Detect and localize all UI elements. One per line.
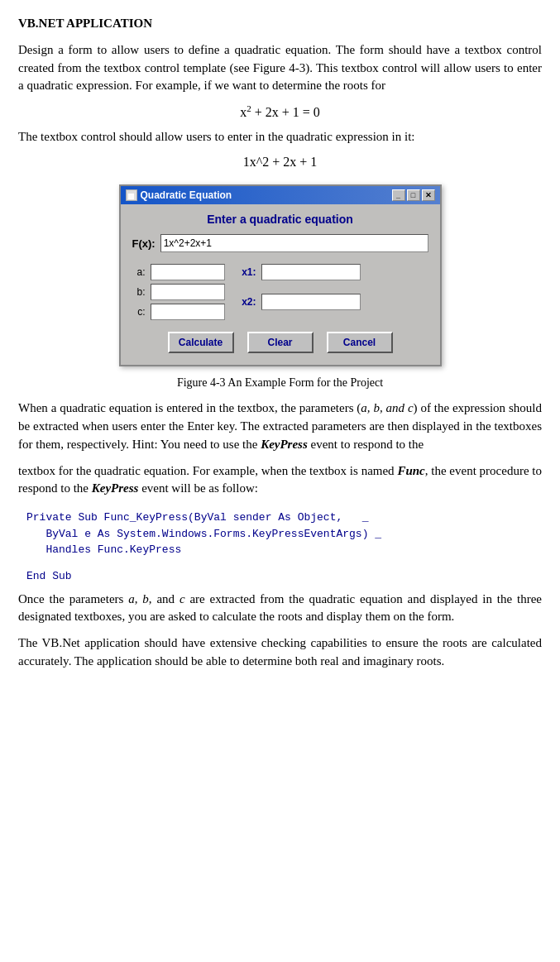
form-container: ▦ Quadratic Equation _ □ ✕ Enter a quadr… <box>18 184 542 366</box>
fx-label: F(x): <box>132 237 156 250</box>
fx-input[interactable] <box>160 234 428 252</box>
expression-display: 1x^2 + 2x + 1 <box>18 155 542 170</box>
clear-button[interactable]: Clear <box>247 332 314 353</box>
a-row: a: <box>132 264 225 280</box>
end-sub: End Sub <box>26 570 542 582</box>
code-block: Private Sub Func_KeyPress(ByVal sender A… <box>18 506 542 562</box>
equation-display: x2 + 2x + 1 = 0 <box>18 103 542 120</box>
right-params: x1: x2: <box>238 264 361 310</box>
vbnet-paragraph: The VB.Net application should have exten… <box>18 634 542 671</box>
func-keyword: Func <box>397 464 424 477</box>
minimize-button[interactable]: _ <box>392 189 405 201</box>
form-heading: Enter a quadratic equation <box>132 213 428 226</box>
titlebar: ▦ Quadratic Equation _ □ ✕ <box>121 186 440 204</box>
expression-text: 1x^2 + 2x + 1 <box>243 155 318 169</box>
keypress-keyword: KeyPress <box>261 438 308 451</box>
c-label: c: <box>132 306 146 318</box>
b-row: b: <box>132 284 225 300</box>
vbnet-text: The VB.Net application should have exten… <box>18 636 542 668</box>
code-text: Private Sub Func_KeyPress(ByVal sender A… <box>26 511 381 556</box>
textbox-intro-text: The textbox control should allow users t… <box>18 130 414 143</box>
params-row: a: b: c: x1: <box>132 264 428 320</box>
x1-row: x1: <box>238 264 361 280</box>
x2-row: x2: <box>238 294 361 310</box>
win-form: ▦ Quadratic Equation _ □ ✕ Enter a quadr… <box>119 184 442 366</box>
left-params: a: b: c: <box>132 264 225 320</box>
x1-input[interactable] <box>261 264 361 280</box>
header-title: VB.NET APPLICATION <box>18 17 152 30</box>
param-a: a, b, and c <box>361 401 413 414</box>
a-label: a: <box>132 266 146 278</box>
titlebar-left: ▦ Quadratic Equation <box>126 189 232 201</box>
a-italic: a <box>128 592 135 605</box>
c-row: c: <box>132 304 225 320</box>
figure-caption: Figure 4-3 An Example Form for the Proje… <box>18 375 542 391</box>
when-entered-paragraph: When a quadratic equation is entered in … <box>18 400 542 453</box>
calculate-button[interactable]: Calculate <box>168 332 234 353</box>
a-input[interactable] <box>151 264 225 280</box>
x-spacer <box>238 284 361 290</box>
maximize-button[interactable]: □ <box>407 189 420 201</box>
section-header: VB.NET APPLICATION <box>18 15 542 33</box>
buttons-row: Calculate Clear Cancel <box>132 332 428 353</box>
b-input[interactable] <box>151 284 225 300</box>
keypress-keyword2: KeyPress <box>92 481 139 495</box>
win-controls: _ □ ✕ <box>392 189 435 201</box>
textbox-for-paragraph: textbox for the quadratic equation. For … <box>18 462 542 499</box>
x1-label: x1: <box>238 266 256 278</box>
intro-paragraph: Design a form to allow users to define a… <box>18 41 542 95</box>
intro-text: Design a form to allow users to define a… <box>18 43 542 93</box>
c-italic: c <box>179 592 185 605</box>
close-button[interactable]: ✕ <box>422 189 435 201</box>
app-icon: ▦ <box>126 189 137 201</box>
fx-row: F(x): <box>132 234 428 252</box>
b-label: b: <box>132 286 146 298</box>
textbox-intro-paragraph: The textbox control should allow users t… <box>18 128 542 146</box>
form-title: Quadratic Equation <box>141 189 232 201</box>
cancel-button[interactable]: Cancel <box>327 332 393 353</box>
x2-label: x2: <box>238 296 256 308</box>
x2-input[interactable] <box>261 294 361 310</box>
form-body: Enter a quadratic equation F(x): a: b: <box>121 204 440 365</box>
c-input[interactable] <box>151 304 225 320</box>
b-italic: b <box>142 592 149 605</box>
once-params-paragraph: Once the parameters a, b, and c are extr… <box>18 591 542 627</box>
